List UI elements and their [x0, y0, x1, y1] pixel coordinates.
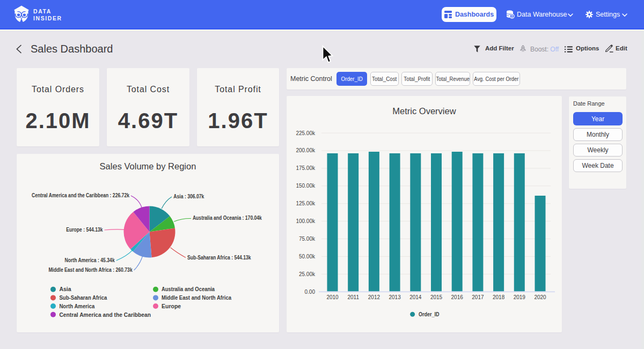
svg-text:Europe: Europe [162, 303, 181, 309]
svg-text:Order_ID: Order_ID [419, 311, 440, 317]
svg-text:North America : 45.34k: North America : 45.34k [65, 257, 115, 263]
svg-text:100.00k: 100.00k [296, 218, 316, 224]
svg-text:Sub-Saharan Africa : 544.13k: Sub-Saharan Africa : 544.13k [187, 255, 251, 261]
svg-text:2020: 2020 [534, 294, 546, 300]
svg-text:Sub-Saharan Africa: Sub-Saharan Africa [59, 294, 107, 301]
svg-text:Asia: Asia [59, 286, 71, 292]
svg-text:150.00k: 150.00k [296, 183, 316, 189]
svg-text:200.00k: 200.00k [296, 147, 316, 153]
svg-text:2010: 2010 [326, 294, 339, 300]
svg-text:75.00k: 75.00k [299, 236, 316, 242]
svg-text:Australia and Oceania : 170.04: Australia and Oceania : 170.04k [193, 215, 262, 221]
svg-text:2015: 2015 [430, 294, 443, 300]
svg-text:50.00k: 50.00k [299, 254, 316, 259]
svg-text:125.00k: 125.00k [296, 201, 316, 206]
svg-text:225.00k: 225.00k [296, 130, 316, 136]
svg-text:0.00: 0.00 [305, 289, 316, 295]
svg-text:2018: 2018 [493, 294, 505, 300]
svg-text:Middle East and North Africa :: Middle East and North Africa : 260.73k [48, 267, 133, 273]
svg-text:North America: North America [59, 303, 94, 309]
svg-text:2014: 2014 [409, 294, 422, 300]
svg-text:175.00k: 175.00k [296, 165, 316, 171]
svg-text:Australia and Oceania: Australia and Oceania [162, 286, 215, 292]
svg-text:2017: 2017 [472, 294, 484, 300]
svg-text:Central America and the Caribb: Central America and the Caribbean [59, 311, 151, 318]
svg-text:25.00k: 25.00k [299, 271, 316, 277]
svg-text:Asia : 306.07k: Asia : 306.07k [173, 194, 204, 199]
svg-text:2012: 2012 [368, 294, 380, 300]
svg-text:2013: 2013 [389, 294, 401, 300]
svg-text:2011: 2011 [347, 294, 359, 300]
svg-text:Europe : 544.13k: Europe : 544.13k [66, 227, 103, 233]
svg-text:2016: 2016 [451, 294, 464, 300]
svg-text:Middle East and North Africa: Middle East and North Africa [162, 294, 231, 301]
svg-text:Central America and the Caribb: Central America and the Caribbean : 226.… [32, 192, 129, 198]
svg-text:2019: 2019 [514, 294, 526, 300]
